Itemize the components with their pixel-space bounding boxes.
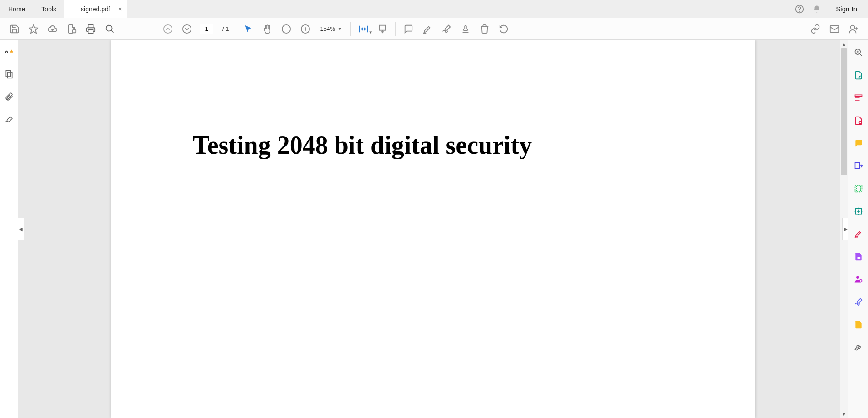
bell-icon[interactable] — [812, 5, 821, 14]
convert-icon[interactable] — [852, 318, 865, 331]
svg-point-25 — [859, 280, 862, 282]
svg-point-7 — [183, 24, 191, 33]
print-icon[interactable] — [84, 23, 97, 35]
combine-files-icon[interactable] — [852, 182, 865, 195]
compress-pdf-icon[interactable] — [852, 205, 865, 218]
page-total-label: / 1 — [220, 25, 229, 32]
page-down-icon[interactable] — [181, 23, 193, 35]
stamp-icon[interactable] — [459, 23, 472, 35]
export-pdf-icon[interactable] — [852, 114, 865, 127]
link-icon[interactable] — [809, 23, 822, 35]
organize-pages-icon[interactable] — [852, 160, 865, 172]
svg-point-1 — [799, 11, 800, 11]
zoom-in-icon[interactable] — [299, 23, 312, 35]
svg-point-6 — [164, 24, 172, 33]
svg-marker-2 — [29, 24, 38, 33]
search-icon[interactable] — [103, 23, 116, 35]
svg-point-12 — [851, 25, 855, 29]
signature-pane-icon[interactable] — [3, 113, 15, 126]
svg-rect-11 — [830, 25, 839, 32]
request-signatures-icon[interactable] — [852, 296, 865, 308]
page-up-icon[interactable] — [162, 23, 174, 35]
sign-in-button[interactable]: Sign In — [829, 5, 863, 13]
signature-warning-icon[interactable] — [3, 45, 15, 58]
tab-tools[interactable]: Tools — [33, 0, 64, 18]
scroll-up-button[interactable]: ▲ — [840, 40, 848, 48]
left-navigation-pane: ◀ — [0, 40, 18, 418]
cursor-select-icon[interactable] — [242, 23, 255, 35]
rotate-icon[interactable] — [497, 23, 510, 35]
zoom-level-label: 154% — [320, 25, 335, 32]
svg-rect-13 — [6, 71, 10, 77]
chevron-down-icon: ▼ — [338, 27, 342, 31]
toolbar: / 1 154% ▼ ▼ — [0, 18, 868, 40]
svg-point-5 — [106, 25, 112, 31]
page-view-icon[interactable] — [376, 23, 389, 35]
email-icon[interactable] — [828, 23, 841, 35]
right-tools-pane: ▶ — [848, 40, 868, 418]
tab-bar: Home Tools signed.pdf × Sign In — [0, 0, 868, 18]
edit-pdf-icon[interactable] — [852, 92, 865, 104]
fill-sign-user-icon[interactable] — [852, 273, 865, 286]
svg-rect-17 — [855, 95, 862, 96]
page-thumbnails-icon[interactable] — [3, 68, 15, 81]
scrollbar-thumb[interactable] — [841, 48, 847, 175]
header-right: Sign In — [795, 0, 868, 18]
page-number-input[interactable] — [200, 24, 213, 34]
zoom-out-icon[interactable] — [280, 23, 293, 35]
scroll-down-button[interactable]: ▼ — [840, 410, 848, 418]
star-icon[interactable] — [27, 23, 40, 35]
document-heading: Testing 2048 bit digital security — [193, 131, 674, 160]
tab-file[interactable]: signed.pdf × — [64, 0, 127, 18]
share-user-icon[interactable] — [847, 23, 860, 35]
delete-icon[interactable] — [478, 23, 491, 35]
svg-rect-14 — [7, 72, 12, 78]
redact-icon[interactable] — [852, 228, 865, 240]
tab-home[interactable]: Home — [0, 0, 33, 18]
protect-icon[interactable] — [852, 250, 865, 263]
help-icon[interactable] — [795, 5, 804, 14]
fit-width-icon[interactable]: ▼ — [357, 23, 370, 35]
highlight-icon[interactable] — [421, 23, 434, 35]
svg-rect-19 — [855, 163, 859, 169]
right-pane-expand-button[interactable]: ▶ — [842, 218, 848, 240]
document-viewport[interactable]: Testing 2048 bit digital security ▲ ▼ — [18, 40, 848, 418]
create-pdf-icon[interactable] — [852, 69, 865, 82]
tab-file-label: signed.pdf — [81, 5, 110, 13]
tab-close-button[interactable]: × — [118, 5, 122, 13]
svg-rect-4 — [88, 29, 93, 33]
attachments-icon[interactable] — [3, 91, 15, 103]
svg-point-24 — [856, 276, 859, 279]
svg-rect-10 — [379, 25, 385, 30]
left-pane-expand-button[interactable]: ◀ — [18, 218, 24, 240]
cloud-upload-icon[interactable] — [46, 23, 59, 35]
more-tools-icon[interactable] — [852, 341, 865, 354]
document-page: Testing 2048 bit digital security — [111, 40, 755, 418]
sign-icon[interactable] — [440, 23, 453, 35]
comment-icon[interactable] — [402, 23, 415, 35]
hand-pan-icon[interactable] — [261, 23, 274, 35]
comment-tool-icon[interactable] — [852, 137, 865, 150]
svg-rect-3 — [73, 29, 76, 32]
zoom-level-select[interactable]: 154% ▼ — [318, 24, 343, 33]
share-lock-icon[interactable] — [65, 23, 78, 35]
search-tool-icon[interactable] — [852, 46, 865, 59]
save-icon[interactable] — [8, 23, 21, 35]
svg-rect-23 — [857, 257, 860, 259]
